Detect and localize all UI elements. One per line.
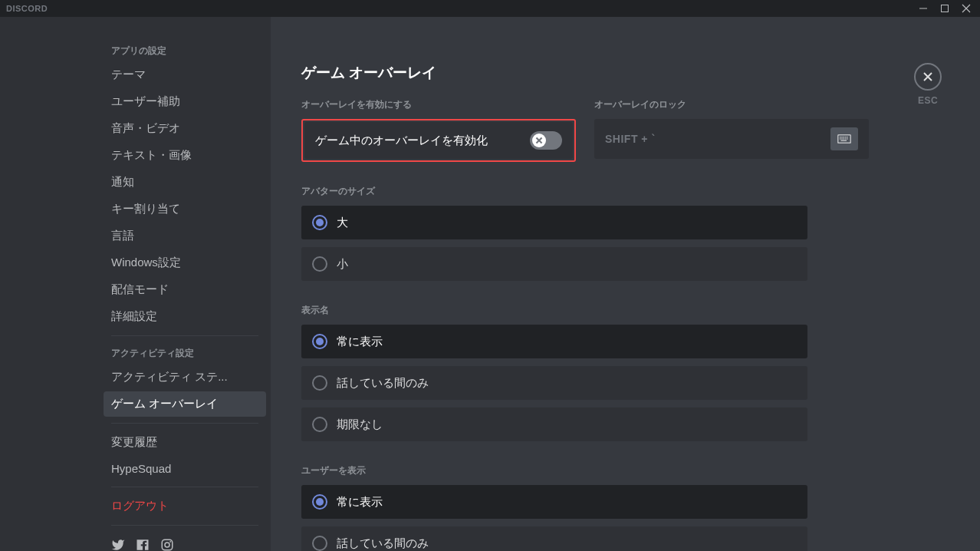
display-name-always[interactable]: 常に表示 [301,325,807,358]
overlay-lock-label: オーバーレイのロック [594,98,869,111]
overlay-lock-keybind[interactable]: SHIFT + ` [594,119,869,159]
radio-label: 常に表示 [337,335,383,349]
radio-icon [312,256,327,272]
sidebar-item-notifications[interactable]: 通知 [104,170,266,195]
sidebar-divider [111,423,258,424]
sidebar-section-app: アプリの設定 [104,40,266,62]
svg-rect-8 [841,137,843,138]
svg-rect-15 [845,138,847,140]
sidebar-item-voice-video[interactable]: 音声・ビデオ [104,116,266,141]
sidebar-item-accessibility[interactable]: ユーザー補助 [104,89,266,114]
radio-icon [312,375,327,391]
sidebar-item-changelog[interactable]: 変更履歴 [104,430,266,455]
avatar-size-label: アバターのサイズ [301,185,807,198]
close-label: ESC [914,95,942,106]
show-user-speaking[interactable]: 話している間のみ [301,526,807,551]
display-name-never[interactable]: 期限なし [301,407,807,441]
radio-label: 大 [337,216,348,230]
settings-sidebar: アプリの設定 テーマ ユーザー補助 音声・ビデオ テキスト・画像 通知 キー割り… [0,17,271,551]
show-user-always[interactable]: 常に表示 [301,485,807,519]
close-area: ESC [914,63,942,106]
svg-rect-9 [844,137,845,138]
app-logo: DISCORD [6,4,48,13]
keybind-text: SHIFT + ` [605,133,656,145]
sidebar-item-logout[interactable]: ログアウト [104,493,266,519]
sidebar-social [104,532,266,551]
sidebar-item-keybinds[interactable]: キー割り当て [104,196,266,222]
settings-content: ゲーム オーバーレイ オーバーレイを有効にする ゲーム中のオーバーレイを有効化 … [271,17,980,551]
enable-overlay-toggle[interactable] [530,131,562,150]
sidebar-item-streamer-mode[interactable]: 配信モード [104,277,266,302]
toggle-knob-icon [532,134,546,147]
sidebar-divider [111,525,258,526]
sidebar-divider [111,487,258,487]
svg-rect-1 [942,5,949,12]
avatar-size-group: アバターのサイズ 大 小 [301,185,807,281]
svg-point-3 [165,543,169,547]
radio-label: 話している間のみ [337,536,429,551]
sidebar-item-game-overlay[interactable]: ゲーム オーバーレイ [104,391,266,417]
maximize-button[interactable] [934,0,955,17]
sidebar-section-activity: アクティビティ設定 [104,342,266,365]
svg-rect-16 [847,138,848,140]
radio-label: 期限なし [337,417,383,432]
twitter-icon[interactable] [111,538,125,551]
sidebar-item-activity-status[interactable]: アクティビティ ステ... [104,365,266,390]
svg-point-4 [169,541,171,543]
titlebar-buttons [913,0,977,17]
svg-rect-10 [845,137,847,138]
close-settings-button[interactable] [914,63,942,91]
sidebar-item-text-image[interactable]: テキスト・画像 [104,143,266,168]
radio-icon [312,494,327,510]
show-user-group: ユーザーを表示 常に表示 話している間のみ [301,464,807,551]
svg-rect-14 [844,138,845,140]
radio-label: 小 [337,257,348,272]
svg-rect-12 [840,138,841,140]
sidebar-item-language[interactable]: 言語 [104,223,266,249]
enable-overlay-label: オーバーレイを有効にする [301,98,576,111]
radio-icon [312,417,327,432]
enable-overlay-row[interactable]: ゲーム中のオーバーレイを有効化 [304,122,573,159]
sidebar-divider [111,335,258,336]
titlebar: DISCORD [0,0,980,17]
keyboard-icon[interactable] [830,127,858,150]
svg-rect-13 [841,138,843,140]
facebook-icon[interactable] [136,538,150,551]
sidebar-item-hypesquad[interactable]: HypeSquad [104,457,266,480]
enable-overlay-text: ゲーム中のオーバーレイを有効化 [315,134,488,148]
radio-label: 話している間のみ [337,376,429,391]
page-title: ゲーム オーバーレイ [301,63,869,83]
sidebar-item-theme[interactable]: テーマ [104,62,266,87]
display-name-label: 表示名 [301,304,807,317]
svg-rect-7 [840,137,841,138]
svg-rect-11 [847,137,848,138]
close-window-button[interactable] [955,0,977,17]
sidebar-item-windows[interactable]: Windows設定 [104,250,266,276]
sidebar-item-advanced[interactable]: 詳細設定 [104,304,266,329]
display-name-speaking[interactable]: 話している間のみ [301,366,807,400]
avatar-size-small[interactable]: 小 [301,247,807,281]
svg-rect-0 [919,8,927,9]
radio-label: 常に表示 [337,495,383,510]
radio-icon [312,334,327,349]
radio-icon [312,536,327,551]
display-name-group: 表示名 常に表示 話している間のみ 期限なし [301,304,807,441]
minimize-button[interactable] [913,0,934,17]
svg-rect-17 [841,140,847,142]
instagram-icon[interactable] [160,538,174,551]
radio-icon [312,215,327,230]
show-user-label: ユーザーを表示 [301,464,807,477]
enable-overlay-highlight: ゲーム中のオーバーレイを有効化 [301,119,576,162]
avatar-size-large[interactable]: 大 [301,206,807,239]
